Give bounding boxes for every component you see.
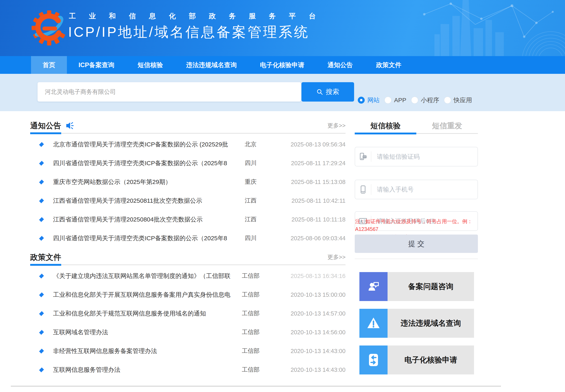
policies-header: 政策文件 更多>> [30, 251, 346, 264]
diamond-bullet-icon [39, 198, 44, 203]
policies-section: 政策文件 更多>> 《关于建立境内违法互联网站黑名单管理制度的通知》（工信部联 … [30, 251, 346, 379]
notice-datetime: 2025-08-13 09:56:34 [278, 141, 346, 148]
search-band: 搜索 网站 APP 小程序 快应用 [0, 74, 565, 111]
policy-row[interactable]: 互联网信息服务管理办法 工信部 2020-10-13 14:43:00 [30, 360, 346, 379]
nav-tab[interactable]: 短信核验 [126, 56, 175, 74]
policy-datetime: 2020-10-13 14:56:00 [278, 329, 346, 336]
policies-more-link[interactable]: 更多>> [327, 253, 346, 261]
notice-row[interactable]: 重庆市空壳网站数据公示（2025年第29期） 重庆 2025-08-11 15:… [30, 173, 346, 191]
notice-row[interactable]: 江西省通信管理局关于清理20250804批次空壳数据公示 江西 2025-08-… [30, 210, 346, 229]
notice-datetime: 2025-08-11 10:42:11 [278, 197, 346, 204]
nav-tab-label: ICP备案查询 [79, 61, 114, 69]
main-nav: 首页 ICP备案查询 短信核验 违法违规域名查询 电子化核验申请 通知公告 政策… [0, 56, 565, 74]
notices-list: 北京市通信管理局关于清理空壳类ICP备案数据的公示 (202529批 北京 20… [30, 135, 346, 248]
transfer-icon [359, 346, 388, 375]
policy-row[interactable]: 《关于建立境内违法互联网站黑名单管理制度的通知》（工信部联 工信部 2025-0… [30, 266, 346, 285]
sidebar: 短信核验 短信重发 [355, 0, 478, 392]
policy-datetime: 2020-10-13 14:43:00 [278, 348, 346, 354]
platform-name: 工业和信息化部政务服务平台 [69, 12, 329, 21]
notices-section: 通知公告 更多>> 北京市通信管理局关于清理空壳类ICP备案数据的公示 (202… [30, 119, 346, 248]
policies-divider [30, 264, 346, 266]
notices-more-link[interactable]: 更多>> [327, 122, 346, 129]
nav-tab[interactable]: 违法违规域名查询 [175, 56, 248, 74]
quick-link-illegal-domain-query[interactable]: 违法违规域名查询 [359, 309, 474, 338]
policy-title[interactable]: 工业和信息化部关于规范互联网信息服务使用域名的通知 [53, 309, 235, 318]
notice-region: 四川 [235, 234, 266, 242]
notice-region: 北京 [235, 140, 266, 149]
consult-icon [359, 272, 388, 301]
notice-row[interactable]: 北京市通信管理局关于清理空壳类ICP备案数据的公示 (202529批 北京 20… [30, 135, 346, 154]
submit-button[interactable]: 提 交 [355, 235, 478, 253]
policy-source: 工信部 [235, 309, 266, 318]
policy-title[interactable]: 互联网域名管理办法 [53, 328, 235, 336]
sms-code-field-wrap [355, 147, 478, 167]
notice-region: 江西 [235, 215, 266, 224]
diamond-bullet-icon [39, 161, 44, 166]
notice-title[interactable]: 四川省通信管理局关于清理空壳类ICP备案数据的公示（2025年8 [53, 159, 235, 168]
tab-sms-verify[interactable]: 短信核验 [355, 120, 416, 132]
policy-source: 工信部 [235, 366, 266, 374]
search-input[interactable] [44, 88, 301, 96]
nav-tab-label: 违法违规域名查询 [186, 61, 237, 69]
nav-tab[interactable]: 首页 [31, 56, 67, 74]
search-button[interactable]: 搜索 [301, 82, 354, 102]
notice-title[interactable]: 江西省通信管理局关于清理20250811批次空壳数据公示 [53, 196, 235, 205]
policy-title[interactable]: 工业和信息化部关于开展互联网信息服务备案用户真实身份信息电 [53, 291, 235, 299]
sms-code-icon [355, 152, 371, 161]
notice-title[interactable]: 江西省通信管理局关于清理20250804批次空壳数据公示 [53, 215, 235, 224]
diamond-bullet-icon [39, 217, 44, 222]
policy-title[interactable]: 互联网信息服务管理办法 [53, 366, 235, 374]
search-icon [316, 88, 323, 96]
nav-tab-label: 首页 [43, 61, 55, 69]
policy-row[interactable]: 工业和信息化部关于开展互联网信息服务备案用户真实身份信息电 工信部 2020-1… [30, 285, 346, 304]
diamond-bullet-icon [39, 349, 44, 353]
policy-row[interactable]: 工业和信息化部关于规范互联网信息服务使用域名的通知 工信部 2020-10-13… [30, 304, 346, 323]
page-header: 工业和信息化部政务服务平台 ICP/IP地址/域名信息备案管理系统 [0, 0, 565, 56]
quick-link-label: 电子化核验申请 [388, 346, 474, 375]
notice-row[interactable]: 四川省通信管理局关于清理空壳类ICP备案数据的公示（2025年8 四川 2025… [30, 154, 346, 173]
policies-list: 《关于建立境内违法互联网站黑名单管理制度的通知》（工信部联 工信部 2025-0… [30, 266, 346, 379]
page-title: ICP/IP地址/域名信息备案管理系统 [68, 23, 310, 42]
notice-title[interactable]: 重庆市空壳网站数据公示（2025年第29期） [53, 178, 235, 186]
diamond-bullet-icon [39, 367, 44, 372]
sms-tabs: 短信核验 短信重发 [355, 120, 478, 132]
notices-header: 通知公告 更多>> [30, 119, 346, 132]
notice-region: 四川 [235, 159, 266, 167]
tab-sms-resend[interactable]: 短信重发 [416, 120, 478, 132]
diamond-bullet-icon [39, 236, 44, 241]
policy-datetime: 2020-10-13 15:00:00 [278, 292, 346, 298]
phone-input[interactable] [377, 186, 478, 193]
notices-title: 通知公告 [30, 121, 61, 131]
notice-datetime: 2025-08-11 17:29:24 [278, 160, 346, 167]
nav-tab-label: 短信核验 [138, 61, 163, 69]
policy-row[interactable]: 非经营性互联网信息服务备案管理办法 工信部 2020-10-13 14:43:0… [30, 342, 346, 360]
search-button-label: 搜索 [326, 87, 339, 97]
notices-divider [30, 132, 346, 134]
field-separator [371, 184, 371, 195]
notice-row[interactable]: 江西省通信管理局关于清理20250811批次空壳数据公示 江西 2025-08-… [30, 191, 346, 210]
phone-icon [355, 185, 371, 194]
policy-title[interactable]: 《关于建立境内违法互联网站黑名单管理制度的通知》（工信部联 [53, 272, 235, 280]
notice-title[interactable]: 四川省通信管理局关于清理空壳类ICP备案数据的公示（2025年8 [53, 234, 235, 242]
sms-code-input[interactable] [377, 153, 478, 160]
nav-tab-label: 电子化核验申请 [260, 61, 304, 69]
search-input-wrap [38, 82, 301, 102]
sms-note-line1: 注：如证件号后六位涉及符号，符号占用一位。例：A1234567 [355, 217, 478, 233]
notice-row[interactable]: 四川省通信管理局关于清理空壳类ICP备案数据的公示（2025年8 四川 2025… [30, 229, 346, 248]
diamond-bullet-icon [39, 274, 44, 278]
nav-tab[interactable]: ICP备案查询 [67, 56, 126, 74]
miit-logo-icon [31, 10, 67, 46]
announcement-speaker-icon [65, 121, 74, 130]
nav-tab[interactable]: 电子化核验申请 [248, 56, 316, 74]
quick-link-e-verification[interactable]: 电子化核验申请 [359, 346, 474, 375]
notice-datetime: 2025-08-11 15:13:08 [278, 179, 346, 185]
notice-title[interactable]: 北京市通信管理局关于清理空壳类ICP备案数据的公示 (202529批 [53, 140, 235, 149]
quick-link-record-consult[interactable]: 备案问题咨询 [359, 272, 474, 301]
quick-link-label: 违法违规域名查询 [388, 309, 474, 338]
policy-title[interactable]: 非经营性互联网信息服务备案管理办法 [53, 347, 235, 355]
policy-source: 工信部 [235, 291, 266, 299]
notice-datetime: 2025-08-06 09:03:44 [278, 235, 346, 242]
policy-row[interactable]: 互联网域名管理办法 工信部 2020-10-13 14:56:00 [30, 323, 346, 342]
notice-datetime: 2025-08-11 10:11:18 [278, 216, 346, 223]
policy-datetime: 2020-10-13 14:43:00 [278, 366, 346, 373]
